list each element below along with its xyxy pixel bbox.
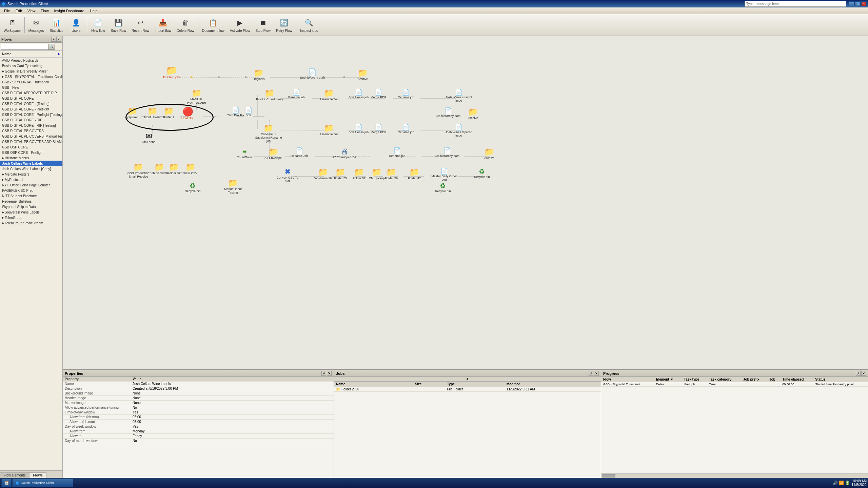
node-master-daily[interactable]: 📄 Master Daily Order Log	[431, 167, 458, 182]
node-folder-55[interactable]: 📁 Folder 55	[334, 167, 347, 180]
node-assemble-1[interactable]: 📁 Assemble Job	[319, 88, 339, 101]
refresh-button[interactable]: ↻	[58, 52, 60, 56]
node-rename-5[interactable]: 📄 Rename job	[389, 147, 406, 158]
progress-scroll-thumb[interactable]	[602, 474, 615, 477]
node-a7-vdp[interactable]: 🖨 A7 Envelope VDP	[332, 147, 357, 159]
properties-close-btn[interactable]: ✕	[327, 371, 332, 376]
node-problem-jobs[interactable]: 📁 Problem jobs	[163, 65, 181, 79]
flow-item-skyportal-ship[interactable]: Skyportal Ship to Data	[0, 204, 62, 209]
jobs-collapse-btn[interactable]: ▲	[334, 377, 601, 382]
progress-float-btn[interactable]: ↗	[856, 371, 861, 376]
flow-item-gsb-digital-core-testing[interactable]: GSB DIGITAL CORE - [Testing]	[0, 101, 62, 106]
node-folder-2[interactable]: 📁 Folder 2	[163, 106, 174, 119]
revert-row-button[interactable]: ↩ Revert Row	[129, 15, 152, 35]
node-xml-pickup[interactable]: 📁 XML pickup	[369, 167, 385, 180]
node-archive-3[interactable]: 📁 Archive	[484, 147, 494, 160]
node-rename-3[interactable]: 📄 Rename job	[398, 123, 414, 134]
workspace-button[interactable]: 🖥 Workspace	[1, 15, 23, 35]
node-sort-2[interactable]: 📄 Sort files in job	[349, 123, 369, 134]
node-sort-1[interactable]: 📄 Sort files in job	[349, 88, 369, 99]
node-josh-tapered[interactable]: 📄 Josh Wines tapered impo	[445, 123, 472, 138]
jobs-float-btn[interactable]: ↗	[589, 371, 593, 376]
node-cabernet[interactable]: 📁 Cabernet + Sauvignon Rename job	[255, 123, 282, 143]
node-josh-straight[interactable]: 📄 Josh Wines straight impo	[445, 88, 472, 103]
flow-item-gsb-digital-core-rip-testing[interactable]: GSB DIGITAL CORE - RIP [Testing]	[0, 123, 62, 128]
maximize-button[interactable]: □	[855, 1, 861, 6]
node-folder-57[interactable]: 📁 Folder 57	[353, 167, 366, 180]
start-button[interactable]: 🪟	[1, 479, 12, 487]
node-originals[interactable]: 📁 Originals	[253, 68, 265, 81]
properties-float-btn[interactable]: ↗	[321, 371, 326, 376]
flow-item-nyc-office[interactable]: NYC Office Color Page Counter	[0, 182, 62, 188]
statistics-button[interactable]: 📊 Statistics	[47, 15, 66, 35]
users-button[interactable]: 👤 Users	[66, 15, 85, 35]
close-button[interactable]: ✕	[861, 1, 867, 6]
import-flow-button[interactable]: 📥 Import flow	[152, 15, 174, 35]
flow-item-business-card[interactable]: Business Card Typesetting	[0, 63, 62, 68]
taskbar-app-btn[interactable]: 🔷 Switch Production Client	[12, 479, 73, 487]
activate-flow-button[interactable]: ▶ Activate Flow	[228, 15, 252, 35]
retry-flow-button[interactable]: 🔄 Retry Flow	[274, 15, 295, 35]
flow-item-gsb-skyportal-trad[interactable]: ▶GSB - SKYPORTAL - Traditional Cards RIP	[0, 74, 62, 79]
jobs-close-btn[interactable]: ✕	[594, 371, 599, 376]
flow-item-gsb-skyportal-thumb[interactable]: GSB - SKYPORTAL Thumbnail	[0, 79, 62, 85]
node-convert-csv[interactable]: ✖ Convert CSV To XML	[274, 167, 301, 183]
node-merge-2[interactable]: 📄 Merge PDF	[371, 123, 386, 134]
node-archive-2[interactable]: 📁 Archive	[468, 107, 478, 120]
flow-item-gospel[interactable]: ▶Gospel in Life Weekly Mailer	[0, 68, 62, 74]
flows-panel-close-button[interactable]: ✕	[56, 37, 61, 42]
flow-item-josh-cellars-copy[interactable]: Josh Cellars Wine Labels [Copy]	[0, 166, 62, 171]
document-flow-button[interactable]: 📋 Document flow	[200, 15, 227, 35]
flow-item-nitt[interactable]: NITT Student Brochure	[0, 193, 62, 199]
node-folder-56[interactable]: 📁 Folder 56	[385, 167, 398, 180]
node-manual-hotfolder[interactable]: 📁 MANUAL HOTFOLDER	[183, 88, 210, 105]
node-jctpuser[interactable]: 📁 jctpuser	[127, 106, 138, 119]
node-folder-42[interactable]: 📁 Folder 42	[408, 167, 421, 180]
flow-item-gsb-digital-core-preflight[interactable]: GSB DIGITAL CORE - Preflight	[0, 106, 62, 112]
node-folder-37[interactable]: 📁 Folder 37	[167, 162, 180, 175]
node-assemble-2[interactable]: 📁 Assemble Job	[319, 123, 339, 136]
flow-item-gsb-osp-core[interactable]: GSB OSP CORE	[0, 144, 62, 150]
flow-item-souverain[interactable]: ▶Souverain Wine Labels	[0, 209, 62, 215]
flow-item-gsb-osp-preflight[interactable]: GSB OSP CORE - Preflight	[0, 150, 62, 155]
flow-item-pageflex[interactable]: PAGEFLEX BC Prep	[0, 188, 62, 193]
node-rename-2[interactable]: 📄 Rename job	[398, 88, 414, 99]
inspect-jobs-button[interactable]: 🔍 Inspect jobs	[298, 15, 320, 35]
flow-item-avid[interactable]: AVID Prepaid Postcards	[0, 58, 62, 63]
node-input-holder[interactable]: 📁 Input Holder	[144, 106, 161, 119]
menu-edit[interactable]: Edit	[13, 8, 25, 14]
node-set-hierarchy-1[interactable]: 📄 Set hierarchy path	[300, 68, 325, 80]
node-merge-1[interactable]: 📄 Merge PDF	[371, 88, 386, 99]
node-hierarchy-2[interactable]: 📄 Set hierarchy path	[436, 107, 460, 118]
save-row-button[interactable]: 💾 Save Row	[108, 15, 129, 35]
menu-help[interactable]: Help	[87, 8, 100, 14]
canvas-area[interactable]: 📁 Problem jobs 📁 Originals 📄 Set hierarc…	[63, 36, 868, 369]
new-flow-button[interactable]: 📄 New flow	[88, 15, 107, 35]
node-trim-box[interactable]: 📄 Trim Box Fix	[227, 106, 244, 117]
node-recycle-2[interactable]: ♻ Recycle bin	[185, 182, 201, 193]
flow-item-gsb-digital-pb-covers[interactable]: GSB DIGITAL PB COVERS	[0, 128, 62, 134]
flow-item-josh-cellars[interactable]: Josh Cellars Wine Labels	[0, 161, 62, 166]
flow-item-gsb-digital-pb-manual[interactable]: GSB DIGITAL PB COVERS [Manual Testing]	[0, 134, 62, 139]
stop-flow-button[interactable]: ⏹ Stop Flow	[253, 15, 273, 35]
node-archive-1[interactable]: 📁 Archive	[358, 68, 368, 81]
flow-item-telengroup[interactable]: ▶TelenGroup	[0, 215, 62, 220]
menu-file[interactable]: File	[1, 8, 13, 14]
message-input[interactable]	[745, 1, 846, 7]
flow-item-mercato[interactable]: ▶Mercato Posters	[0, 171, 62, 177]
search-button[interactable]: 🔍	[48, 44, 55, 50]
flow-item-gsb-digital-approved[interactable]: GSB DIGITAL APPROVED DFE RIP	[0, 90, 62, 96]
node-mail-send[interactable]: ✉ Mail send	[142, 132, 156, 144]
node-filter-csv[interactable]: 📁 Filter CSV	[183, 162, 197, 175]
node-hierarchy-3[interactable]: 📄 Set hierarchy path	[435, 147, 459, 158]
job-row-folder2[interactable]: 📁Folder 2 [0] File Folder 11/5/2022 9:31…	[334, 387, 601, 392]
node-pinot[interactable]: 📁 Pinot + Chardonnay	[256, 88, 283, 101]
node-a7-env[interactable]: 📁 A7 Envelope	[264, 147, 282, 160]
flow-item-hillstone[interactable]: ▶Hillstone Menus	[0, 155, 62, 161]
node-hold-job[interactable]: 🔴 Hold Job	[181, 106, 195, 120]
messages-button[interactable]: ✉ Messages	[26, 15, 46, 35]
node-split[interactable]: 📄 Split	[245, 106, 252, 117]
menu-insight[interactable]: Insight Dashboard	[52, 8, 87, 14]
progress-close-btn[interactable]: ✕	[861, 371, 866, 376]
tab-flows[interactable]: Flows	[29, 472, 46, 478]
